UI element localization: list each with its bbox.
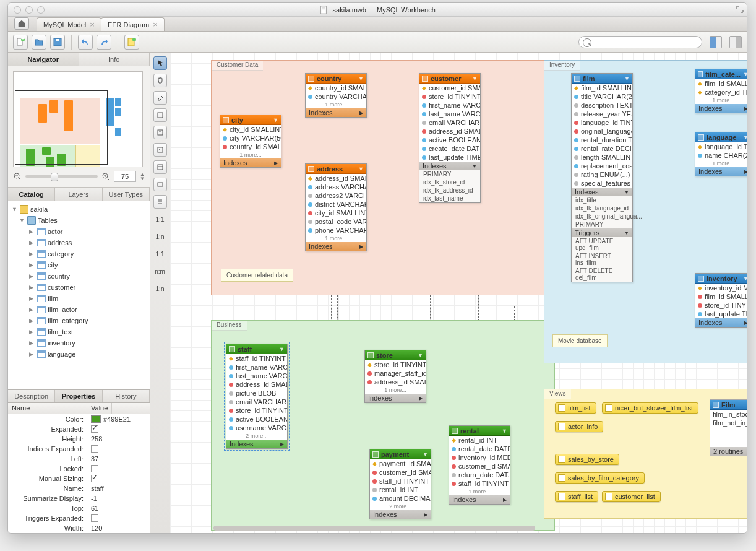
- indexes-section[interactable]: Indexes▶: [695, 167, 747, 176]
- save-button[interactable]: [50, 35, 65, 50]
- indexes-section[interactable]: Indexes▶: [695, 318, 747, 327]
- tree-table[interactable]: ▶actor: [8, 226, 150, 237]
- indexes-section[interactable]: Indexes▶: [306, 108, 366, 117]
- tool-rel-1-1[interactable]: 1:1: [152, 247, 169, 261]
- new-object-button[interactable]: [124, 35, 139, 50]
- tool-routine[interactable]: [153, 195, 167, 209]
- entity-header[interactable]: inventory▼: [695, 274, 747, 284]
- home-button[interactable]: [14, 17, 29, 30]
- property-row[interactable]: Name:staff: [8, 484, 150, 493]
- zoom-slider[interactable]: [25, 175, 98, 178]
- entity-header[interactable]: city▼: [220, 115, 281, 125]
- property-row[interactable]: Triggers Expanded:: [8, 513, 150, 523]
- property-row[interactable]: Expanded:: [8, 424, 150, 434]
- tree-table[interactable]: ▶film: [8, 293, 150, 304]
- tree-tables-folder[interactable]: ▼Tables: [8, 215, 150, 226]
- entity-rental[interactable]: rental▼◆rental_id INTrental_date DATE...…: [449, 425, 510, 505]
- entity-address[interactable]: address▼◆address_id SMALLI...address VAR…: [305, 163, 367, 251]
- view-chip[interactable]: sales_by_film_category: [555, 472, 645, 484]
- undo-button[interactable]: [78, 35, 93, 50]
- routines-group[interactable]: Film film_in_stock film_not_in_stock 2 r…: [710, 399, 747, 456]
- indexes-section[interactable]: Indexes▶: [449, 495, 510, 504]
- tree-table[interactable]: ▶customer: [8, 282, 150, 293]
- tree-table[interactable]: ▶country: [8, 271, 150, 282]
- indexes-section[interactable]: Indexes▶: [695, 104, 747, 113]
- indexes-section[interactable]: Indexes▶: [370, 510, 431, 519]
- redo-button[interactable]: [97, 35, 111, 50]
- horizontal-scrollbar[interactable]: [213, 526, 535, 531]
- tree-table[interactable]: ▶address: [8, 237, 150, 248]
- property-row[interactable]: Top:61: [8, 503, 150, 513]
- diagram-canvas[interactable]: Customer Data Business Inventory Views C…: [170, 53, 747, 533]
- entity-store[interactable]: store▼◆store_id TINYINTmanager_staff_id.…: [364, 350, 426, 403]
- sidebar-tab-info[interactable]: Info: [79, 53, 150, 66]
- property-row[interactable]: Indices Expanded:: [8, 444, 150, 454]
- close-icon[interactable]: ×: [90, 20, 95, 29]
- entity-country[interactable]: country▼◆country_id SMALLINTcountry VARC…: [305, 73, 367, 118]
- view-chip[interactable]: nicer_but_slower_film_list: [602, 402, 698, 414]
- tree-table[interactable]: ▶inventory: [8, 337, 150, 349]
- zoom-in-icon[interactable]: [101, 172, 110, 181]
- entity-header[interactable]: rental▼: [449, 426, 510, 436]
- view-chip[interactable]: film_list: [555, 402, 596, 414]
- tool-pointer[interactable]: [153, 56, 167, 70]
- indexes-section[interactable]: Indexes▶: [226, 440, 287, 448]
- tool-rel-1-n-ni[interactable]: 1:n: [152, 230, 169, 243]
- indexes-section[interactable]: Indexes▶: [220, 158, 281, 167]
- indexes-section[interactable]: Indexes▶: [365, 394, 426, 402]
- indexes-section[interactable]: Indexes▶: [306, 242, 366, 251]
- tool-rel-n-m[interactable]: n:m: [152, 264, 169, 278]
- zoom-stepper-icon[interactable]: ▲▼: [140, 172, 145, 181]
- property-row[interactable]: Locked:: [8, 464, 150, 474]
- tab-eer-diagram[interactable]: EER Diagram×: [101, 17, 165, 31]
- search-input[interactable]: [578, 36, 702, 48]
- view-chip[interactable]: customer_list: [602, 491, 661, 502]
- triggers-section[interactable]: Triggers▼: [572, 228, 632, 237]
- new-file-button[interactable]: +: [13, 35, 28, 50]
- entity-header[interactable]: country▼: [306, 74, 366, 84]
- property-row[interactable]: Manual Sizing:: [8, 474, 150, 484]
- catalog-tab-usertypes[interactable]: User Types: [103, 188, 150, 201]
- entity-language[interactable]: language▼◆language_id TINYI...name CHAR(…: [695, 132, 747, 176]
- indexes-section[interactable]: Indexes▼: [572, 188, 632, 196]
- entity-film_cat[interactable]: film_cate...▼◆film_id SMALLINT◆category_…: [695, 69, 747, 113]
- view-chip[interactable]: staff_list: [555, 491, 598, 502]
- property-row[interactable]: Color:#499E21: [8, 414, 150, 424]
- entity-header[interactable]: customer▼: [419, 74, 480, 84]
- catalog-tree[interactable]: ▼sakila ▼Tables ▶actor▶address▶category▶…: [8, 201, 150, 389]
- zoom-value[interactable]: 75: [114, 171, 136, 182]
- entity-staff[interactable]: staff▼◆staff_id TINYINTfirst_name VARC..…: [226, 344, 288, 449]
- entity-header[interactable]: film_cate...▼: [695, 69, 747, 79]
- tool-table[interactable]: [153, 160, 167, 174]
- tree-table[interactable]: ▶film_actor: [8, 304, 150, 315]
- close-icon[interactable]: ×: [153, 20, 158, 29]
- sidebar-toggle-left[interactable]: [710, 36, 722, 48]
- tool-rel-1-1-ni[interactable]: 1:1: [152, 212, 169, 226]
- entity-film[interactable]: film▼◆film_id SMALLINTtitle VARCHAR(255)…: [571, 73, 633, 282]
- catalog-tab-catalog[interactable]: Catalog: [8, 188, 55, 201]
- sidebar-tab-navigator[interactable]: Navigator: [8, 53, 79, 66]
- open-file-button[interactable]: [32, 35, 46, 50]
- tree-schema[interactable]: ▼sakila: [8, 204, 150, 215]
- entity-header[interactable]: staff▼: [226, 344, 287, 354]
- property-row[interactable]: Width:120: [8, 523, 150, 533]
- tool-image[interactable]: [153, 143, 167, 157]
- prop-tab-history[interactable]: History: [103, 390, 150, 402]
- tree-table[interactable]: ▶film_text: [8, 326, 150, 337]
- entity-header[interactable]: payment▼: [370, 449, 431, 459]
- entity-customer[interactable]: customer▼◆customer_id SMAL...store_id TI…: [419, 73, 481, 203]
- entity-city[interactable]: city▼◆city_id SMALLINTcity VARCHAR(50)co…: [220, 115, 281, 168]
- property-row[interactable]: Summarize Display:-1: [8, 493, 150, 503]
- sidebar-toggle-right[interactable]: [729, 36, 742, 48]
- tab-mysql-model[interactable]: MySQL Model×: [37, 17, 101, 31]
- tree-table[interactable]: ▶language: [8, 349, 150, 360]
- tool-layer[interactable]: [153, 108, 167, 122]
- tree-table[interactable]: ▶film_category: [8, 315, 150, 326]
- note-customer[interactable]: Customer related data: [221, 269, 293, 282]
- entity-header[interactable]: language▼: [695, 132, 747, 142]
- tool-view[interactable]: [153, 178, 167, 191]
- indexes-section[interactable]: Indexes▼: [419, 162, 480, 170]
- view-chip[interactable]: actor_info: [555, 421, 603, 432]
- tool-note[interactable]: [153, 126, 167, 139]
- zoom-out-icon[interactable]: [13, 172, 22, 181]
